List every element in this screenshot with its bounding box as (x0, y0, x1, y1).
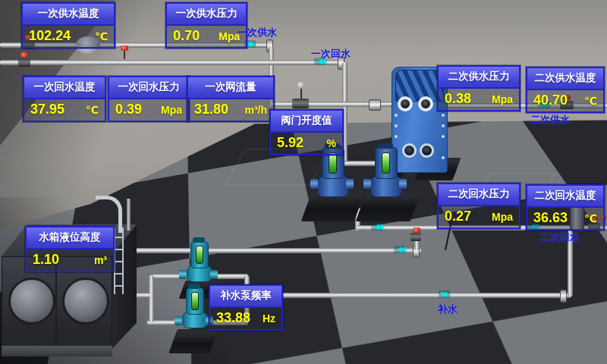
label-title: 一次网流量 (188, 77, 273, 99)
data-label-secondary-return-pressure: 二次回水压力 0.27 Mpa (437, 183, 521, 229)
label-unit: m³ (94, 253, 107, 268)
label-unit: Mpa (219, 29, 240, 44)
label-title: 一次回水压力 (109, 77, 188, 99)
pipe-coupling (369, 99, 381, 111)
pump-flange (399, 179, 407, 189)
tank-frame (2, 346, 112, 356)
label-title: 二次回水温度 (527, 186, 603, 208)
label-unit: Mpa (492, 209, 513, 224)
data-label-makeup-pump-frequency: 补水泵频率 33.88 Hz (209, 284, 283, 331)
pipe-label-primary-return: 一次回水 (311, 47, 351, 61)
valve-handle-red[interactable] (20, 52, 28, 58)
pump-flange (179, 270, 187, 279)
ladder-rung (114, 261, 124, 262)
label-value-row: 102.24 ℃ (23, 26, 114, 47)
label-unit: Mpa (161, 102, 182, 118)
flow-arrow-icon: ◀◀ (394, 246, 405, 253)
label-value-row: 33.88 Hz (210, 308, 281, 329)
label-unit: ℃ (86, 102, 99, 118)
pipe-tank-line (106, 248, 421, 253)
label-value-row: 37.95 ℃ (24, 99, 105, 121)
label-value: 0.70 (173, 28, 200, 43)
motor-cap (193, 237, 205, 243)
tank-vent-pipe (127, 199, 131, 231)
label-value: 0.38 (445, 91, 471, 106)
valve-body[interactable] (410, 233, 421, 241)
exchanger-port (420, 143, 434, 158)
flow-arrow-icon: ▶▶ (439, 290, 450, 298)
label-value-row: 0.38 Mpa (439, 89, 519, 110)
label-value: 1.10 (33, 252, 59, 267)
label-title: 一次供水压力 (167, 4, 246, 26)
pipe-flange (560, 290, 567, 303)
exchanger-port (398, 96, 413, 111)
valve-handle-red[interactable] (413, 228, 420, 233)
label-value: 0.27 (445, 209, 471, 224)
label-value: 31.80 (194, 102, 228, 117)
pump-flange (346, 179, 354, 189)
ladder-rung (114, 285, 124, 287)
data-label-secondary-supply-temperature: 二次供水温度 40.70 ℃ (526, 67, 605, 113)
control-valve-body[interactable] (292, 99, 309, 108)
data-label-primary-supply-pressure: 一次供水压力 0.70 Mpa (165, 2, 247, 49)
exchanger-port (402, 143, 417, 158)
label-value-row: 1.10 m³ (27, 249, 113, 271)
label-unit: ℃ (584, 93, 597, 108)
pump-flange (363, 179, 371, 189)
exchanger-port (418, 96, 433, 111)
pipe-makeup-water (247, 293, 571, 298)
data-label-primary-network-flow: 一次网流量 31.80 m³/h (187, 76, 275, 122)
label-title: 水箱液位高度 (27, 228, 113, 249)
circulation-pump-1-body[interactable] (317, 176, 349, 197)
label-unit: ℃ (95, 29, 108, 44)
ladder-rung (114, 273, 124, 275)
pump-2-running-indicator (382, 152, 390, 174)
pump-flange (310, 179, 318, 189)
label-value-row: 40.70 ℃ (527, 90, 603, 111)
label-value-row: 0.70 Mpa (167, 26, 246, 47)
label-unit: % (327, 136, 336, 151)
pipe-primary-return (0, 60, 343, 65)
circulation-pump-2-body[interactable] (370, 176, 402, 197)
control-valve-actuator[interactable] (297, 82, 304, 89)
label-title: 二次供水温度 (527, 68, 603, 90)
data-label-secondary-supply-pressure: 二次供水压力 0.38 Mpa (437, 65, 521, 111)
data-label-tank-level: 水箱液位高度 1.10 m³ (25, 226, 115, 272)
pipe-label-makeup-water: 补水 (438, 303, 458, 316)
label-title: 阀门开度值 (271, 111, 342, 133)
pipe-label-secondary-return: 二次回水 (540, 231, 580, 244)
valve-handle-red[interactable] (121, 46, 128, 51)
data-label-primary-supply-temperature: 一次供水温度 102.24 ℃ (21, 2, 115, 49)
data-label-primary-return-temperature: 一次回水温度 37.95 ℃ (23, 76, 106, 122)
pump-1-running-indicator (329, 152, 337, 174)
label-value-row: 36.63 ℃ (527, 208, 603, 229)
flow-arrow-icon: ◀◀ (371, 223, 382, 231)
data-label-primary-return-pressure: 一次回水压力 0.39 Mpa (108, 76, 190, 122)
label-value: 33.88 (216, 310, 250, 325)
motor-cap (378, 143, 393, 149)
pipe-label-secondary-supply: 二次供水 (530, 113, 570, 127)
label-value-row: 0.27 Mpa (439, 206, 519, 228)
pipe-makeup-loop-left (149, 275, 154, 322)
label-unit: m³/h (244, 102, 267, 118)
tank-manhole (62, 278, 109, 325)
label-value: 40.70 (533, 93, 568, 108)
label-value-row: 5.92 % (271, 133, 342, 154)
makeup-pump-1-indicator (196, 246, 203, 264)
pump-flange (175, 316, 182, 325)
data-label-secondary-return-temperature: 二次回水温度 36.63 ℃ (526, 184, 605, 231)
label-value: 36.63 (533, 210, 568, 225)
label-value: 0.39 (115, 102, 142, 117)
valve-stem (124, 50, 125, 59)
label-unit: Mpa (492, 92, 513, 107)
label-value: 102.24 (29, 28, 71, 43)
label-unit: ℃ (584, 211, 597, 226)
label-title: 一次回水温度 (24, 77, 105, 99)
ladder-rung (114, 237, 124, 238)
label-value-row: 31.80 m³/h (188, 99, 273, 121)
tank-manhole (8, 278, 55, 325)
exchanger-bolts (395, 114, 398, 117)
motor-cap (188, 284, 200, 289)
label-title: 补水泵频率 (210, 286, 281, 308)
valve-body[interactable] (18, 58, 30, 67)
